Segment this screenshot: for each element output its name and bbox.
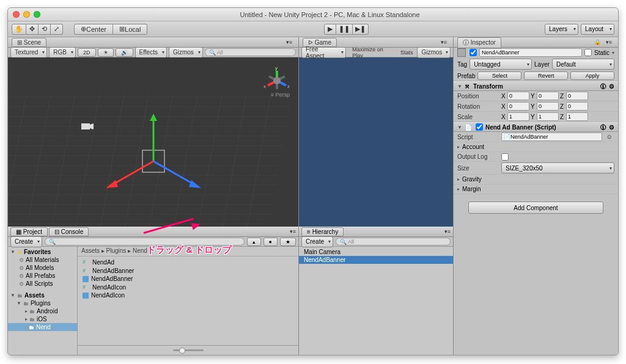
- filter-type-button[interactable]: ●: [263, 238, 278, 246]
- assets-header[interactable]: ▼🖿Assets: [8, 291, 77, 299]
- rot-x-field[interactable]: [507, 102, 529, 111]
- tree-plugins[interactable]: ▼🖿Plugins: [8, 299, 77, 307]
- scene-grid: [8, 57, 298, 227]
- fav-all-prefabs[interactable]: ⚙All Prefabs: [8, 272, 77, 280]
- prefab-apply-button[interactable]: Apply: [570, 71, 614, 80]
- play-button[interactable]: ▶: [324, 24, 336, 35]
- move-tool-button[interactable]: ✥: [26, 24, 39, 35]
- tree-nend[interactable]: 🖿Nend: [8, 323, 77, 331]
- tag-dropdown[interactable]: Untagged: [470, 59, 532, 70]
- scene-tab[interactable]: ⊞ Scene: [12, 38, 46, 47]
- gear-icon[interactable]: ⚙: [609, 124, 614, 131]
- account-foldout[interactable]: ▸: [457, 144, 460, 150]
- asset-nendad[interactable]: NendAd: [78, 258, 298, 266]
- layers-dropdown[interactable]: Layers: [545, 24, 578, 35]
- stats-toggle[interactable]: Stats: [398, 49, 416, 56]
- draw-mode-dropdown[interactable]: Textured: [10, 47, 47, 58]
- asset-nendadicon-script[interactable]: NendAdIcon: [78, 283, 298, 291]
- rot-y-field[interactable]: [537, 102, 559, 111]
- panel-menu-icon[interactable]: ▾≡: [603, 39, 614, 45]
- scene-search-input[interactable]: 🔍 All: [205, 48, 296, 56]
- favorites-header[interactable]: ▼★Favorites: [8, 248, 77, 256]
- minimize-icon[interactable]: [23, 11, 30, 18]
- effects-dropdown[interactable]: Effects: [135, 47, 167, 58]
- panel-menu-icon[interactable]: ▾≡: [284, 39, 295, 45]
- filter-star-button[interactable]: ★: [280, 238, 296, 246]
- scene-audio-toggle[interactable]: 🔊: [116, 48, 133, 57]
- gravity-foldout[interactable]: ▸: [457, 177, 460, 182]
- size-dropdown[interactable]: SIZE_320x50: [501, 162, 614, 173]
- pivot-center-button[interactable]: ⊕ Center: [74, 24, 113, 35]
- hand-tool-button[interactable]: ✋: [12, 24, 26, 35]
- maximize-toggle[interactable]: Maximize on Play: [350, 46, 396, 59]
- project-search-input[interactable]: 🔍: [45, 238, 245, 246]
- prefab-revert-button[interactable]: Revert: [524, 71, 568, 80]
- zoom-icon[interactable]: [34, 11, 40, 18]
- scene-view[interactable]: y x z ≡ Persp: [8, 57, 298, 227]
- console-tab[interactable]: ⊟ Console: [49, 227, 89, 236]
- fav-all-scripts[interactable]: ⚙All Scripts: [8, 280, 77, 288]
- add-component-button[interactable]: Add Component: [468, 202, 603, 214]
- panel-menu-icon[interactable]: ▾≡: [442, 228, 453, 235]
- pos-x-field[interactable]: [507, 92, 529, 100]
- hierarchy-search-input[interactable]: 🔍 All: [336, 238, 451, 246]
- layer-dropdown[interactable]: Default: [552, 59, 614, 70]
- asset-nendadbanner-prefab[interactable]: NendAdBanner: [78, 275, 298, 283]
- pos-y-field[interactable]: [537, 92, 559, 100]
- active-checkbox[interactable]: [470, 49, 477, 56]
- pause-button[interactable]: ❚❚: [336, 24, 353, 35]
- gizmos-dropdown[interactable]: Gizmos: [169, 47, 203, 58]
- hierarchy-item-nendadbanner[interactable]: NendAdBanner: [299, 256, 453, 264]
- panel-menu-icon[interactable]: ▾≡: [438, 39, 449, 45]
- hierarchy-item-main-camera[interactable]: Main Camera: [299, 248, 453, 256]
- scale-tool-button[interactable]: ⤢: [51, 24, 63, 35]
- outputlog-checkbox[interactable]: [501, 153, 509, 161]
- panel-menu-icon[interactable]: ▾≡: [287, 228, 298, 235]
- render-mode-dropdown[interactable]: RGB: [49, 47, 76, 58]
- filter-button[interactable]: ▴: [247, 238, 261, 246]
- static-checkbox[interactable]: [584, 49, 592, 56]
- scl-x-field[interactable]: [507, 112, 529, 121]
- tree-android[interactable]: ▸🖿Android: [8, 307, 77, 315]
- fav-all-models[interactable]: ⚙All Models: [8, 264, 77, 272]
- pivot-local-button[interactable]: ⊞ Local: [113, 24, 147, 35]
- rotate-tool-button[interactable]: ⟲: [39, 24, 51, 35]
- transform-foldout[interactable]: ▼: [457, 84, 462, 89]
- game-gizmos-dropdown[interactable]: Gizmos: [417, 47, 451, 58]
- scl-y-field[interactable]: [537, 112, 559, 121]
- step-button[interactable]: ▶❚: [353, 24, 369, 35]
- fav-all-materials[interactable]: ⚙All Materials: [8, 256, 77, 264]
- help-icon[interactable]: 🛈: [600, 83, 606, 90]
- hierarchy-tab[interactable]: ≡ Hierarchy: [301, 227, 344, 236]
- pos-z-field[interactable]: [566, 92, 588, 100]
- gear-icon[interactable]: ⚙: [609, 83, 614, 90]
- margin-foldout[interactable]: ▸: [457, 186, 460, 192]
- layout-dropdown[interactable]: Layout: [581, 24, 614, 35]
- project-create-dropdown[interactable]: Create: [10, 236, 42, 247]
- scene-light-toggle[interactable]: ☀: [98, 48, 114, 57]
- breadcrumb[interactable]: Assets ▸ Plugins ▸ Nend: [78, 247, 298, 257]
- scene-2d-toggle[interactable]: 2D: [78, 48, 96, 57]
- asset-nendadbanner-script[interactable]: NendAdBanner: [78, 266, 298, 275]
- aspect-dropdown[interactable]: Free Aspect: [301, 47, 346, 58]
- thumbnail-size-slider[interactable]: [173, 349, 204, 351]
- titlebar: Untitled - New Unity Project 2 - PC, Mac…: [8, 8, 618, 21]
- scl-z-field[interactable]: [566, 112, 588, 121]
- hierarchy-create-dropdown[interactable]: Create: [301, 236, 333, 247]
- prefab-select-button[interactable]: Select: [477, 71, 521, 80]
- component-foldout[interactable]: ▼: [457, 125, 462, 130]
- game-view[interactable]: [299, 57, 453, 227]
- gameobject-name-field[interactable]: NendAdBanner: [479, 48, 582, 57]
- close-icon[interactable]: [13, 11, 20, 18]
- asset-nendadicon-prefab[interactable]: NendAdIcon: [78, 291, 298, 299]
- script-field[interactable]: 📄 NendAdBanner: [501, 133, 602, 141]
- tree-ios[interactable]: ▸🖿iOS: [8, 315, 77, 323]
- inspector-tab[interactable]: ⓘ Inspector: [457, 37, 501, 48]
- component-enabled-checkbox[interactable]: [476, 123, 483, 131]
- rot-z-field[interactable]: [566, 102, 588, 111]
- persp-label[interactable]: ≡ Persp: [271, 92, 290, 98]
- gameobject-icon[interactable]: [457, 48, 466, 57]
- help-icon[interactable]: 🛈: [600, 124, 606, 131]
- project-tab[interactable]: ▦ Project: [10, 227, 48, 236]
- lock-icon[interactable]: 🔒: [592, 39, 603, 45]
